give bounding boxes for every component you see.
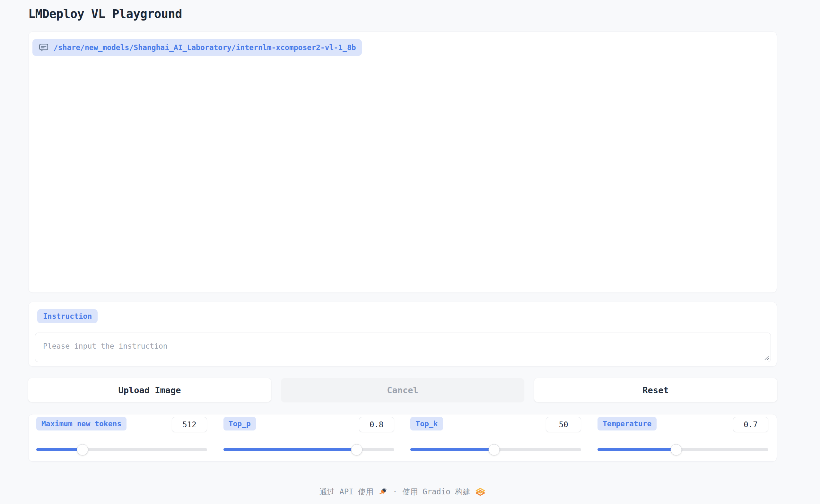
- max-tokens-value-input[interactable]: [172, 417, 207, 432]
- instruction-panel: Instruction: [28, 302, 777, 367]
- slider-maximum-new-tokens: Maximum new tokens: [36, 414, 207, 461]
- page-title: LMDeploy VL Playground: [28, 7, 182, 21]
- cancel-button[interactable]: Cancel: [281, 378, 524, 402]
- reset-button[interactable]: Reset: [534, 378, 777, 402]
- temperature-slider-track[interactable]: [598, 448, 768, 451]
- instruction-label: Instruction: [37, 309, 98, 323]
- slider-top-k: Top_k: [410, 414, 581, 461]
- slider-label: Top_k: [410, 417, 443, 430]
- slider-temperature: Temperature: [598, 414, 768, 461]
- top-p-slider-thumb[interactable]: [351, 444, 362, 455]
- slider-label: Top_p: [223, 417, 256, 430]
- api-plug-icon: [376, 485, 389, 499]
- chatbot-model-path: /share/new_models/Shanghai_AI_Laboratory…: [54, 43, 356, 52]
- parameters-panel: Maximum new tokens Top_p Top_k: [28, 414, 777, 462]
- action-buttons-row: Upload Image Cancel Reset: [28, 378, 777, 402]
- max-tokens-slider-track[interactable]: [36, 448, 207, 451]
- top-k-slider-thumb[interactable]: [488, 444, 500, 455]
- instruction-input[interactable]: [35, 333, 771, 362]
- footer-separator: ·: [393, 487, 397, 496]
- slider-label: Maximum new tokens: [36, 417, 126, 430]
- top-k-value-input[interactable]: [546, 417, 581, 432]
- temperature-slider-thumb[interactable]: [670, 444, 682, 455]
- max-tokens-slider-thumb[interactable]: [77, 444, 88, 455]
- top-k-slider-track[interactable]: [410, 448, 581, 451]
- slider-top-p: Top_p: [223, 414, 394, 461]
- built-with-gradio-link[interactable]: 使用 Gradio 构建: [403, 487, 486, 497]
- top-p-slider-track[interactable]: [223, 448, 394, 451]
- top-p-value-input[interactable]: [359, 417, 394, 432]
- temperature-value-input[interactable]: [733, 417, 768, 432]
- use-via-api-link[interactable]: 通过 API 使用: [319, 487, 388, 497]
- upload-image-button[interactable]: Upload Image: [28, 378, 271, 402]
- slider-label: Temperature: [598, 417, 657, 430]
- chat-bubble-icon: [38, 42, 49, 53]
- gradio-logo-icon: [475, 487, 486, 497]
- chatbot-model-label: /share/new_models/Shanghai_AI_Laboratory…: [32, 39, 362, 56]
- chatbot-panel: /share/new_models/Shanghai_AI_Laboratory…: [28, 31, 777, 293]
- gradio-footer: 通过 API 使用 · 使用 Gradio 构建: [28, 487, 777, 497]
